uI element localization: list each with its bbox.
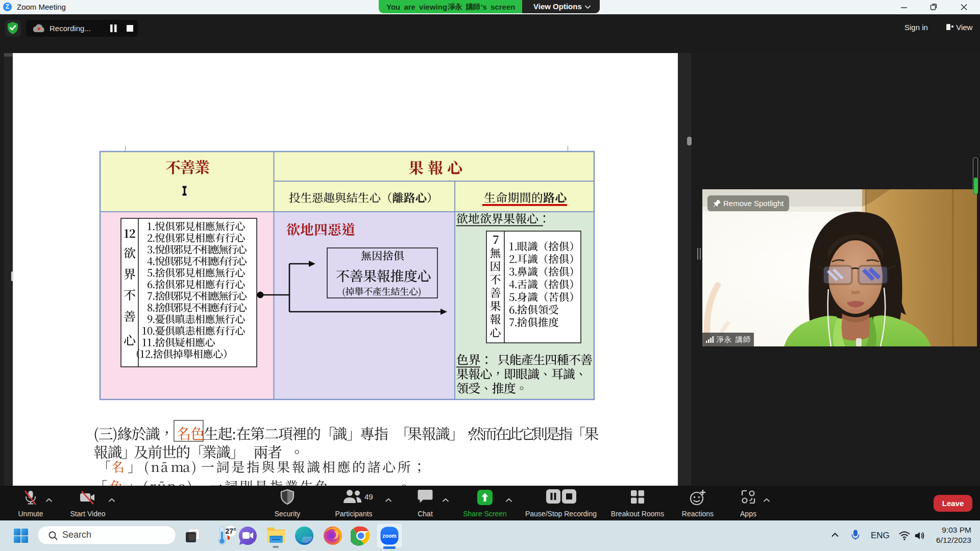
svg-text:zoom: zoom [382, 533, 396, 539]
svg-text:27°: 27° [225, 527, 236, 535]
